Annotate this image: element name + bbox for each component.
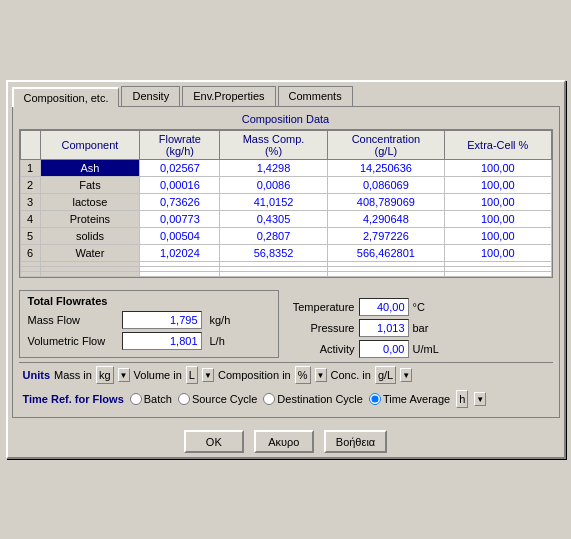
conditions-box: Temperature °C Pressure bar Activity [285,298,443,358]
tab-bar: Composition, etc. Density Env.Properties… [8,82,564,106]
component-cell[interactable]: Fats [40,177,140,194]
mass-label: Mass in [54,369,92,381]
mass-flow-input[interactable] [122,311,202,329]
volume-label: Volume in [134,369,182,381]
radio-batch-input[interactable] [130,393,142,405]
tab-composition[interactable]: Composition, etc. [12,87,120,107]
extra-cell-cell[interactable]: 100,00 [445,160,551,177]
volume-value: L [189,369,195,381]
concentration-cell[interactable]: 2,797226 [327,228,445,245]
extra-cell-cell[interactable]: 100,00 [445,211,551,228]
concentration-cell[interactable]: 4,290648 [327,211,445,228]
temperature-row: Temperature °C [285,298,443,316]
mass-dropdown-arrow[interactable]: ▼ [118,368,130,382]
flowrate-cell[interactable]: 0,00773 [140,211,220,228]
radio-batch-label: Batch [144,393,172,405]
vol-flow-row: Volumetric Flow L/h [28,332,270,350]
conc-dropdown[interactable]: g/L [375,366,396,384]
col-header-component: Component [40,131,140,160]
radio-source-label: Source Cycle [192,393,257,405]
units-label: Units [23,369,51,381]
time-unit-arrow[interactable]: ▼ [474,392,486,406]
row-num: 1 [20,160,40,177]
mass-comp-cell[interactable]: 0,4305 [220,211,327,228]
radio-source-input[interactable] [178,393,190,405]
activity-row: Activity U/mL [285,340,443,358]
mass-flow-unit: kg/h [210,314,231,326]
conc-label: Conc. in [331,369,371,381]
component-cell[interactable]: Proteins [40,211,140,228]
extra-cell-cell[interactable]: 100,00 [445,177,551,194]
mass-comp-cell[interactable]: 1,4298 [220,160,327,177]
concentration-cell[interactable]: 408,789069 [327,194,445,211]
radio-batch[interactable]: Batch [130,393,172,405]
activity-input[interactable] [359,340,409,358]
composition-label: Composition in [218,369,291,381]
flowrate-cell[interactable]: 0,00504 [140,228,220,245]
bottom-buttons: OK Ακυρο Βοήθεια [8,422,564,457]
radio-dest-input[interactable] [263,393,275,405]
mass-comp-cell[interactable]: 56,8352 [220,245,327,262]
extra-cell-cell[interactable]: 100,00 [445,194,551,211]
table-row[interactable]: 4 Proteins 0,00773 0,4305 4,290648 100,0… [20,211,551,228]
time-unit-dropdown[interactable]: h [456,390,468,408]
pressure-label: Pressure [285,322,355,334]
col-header-flowrate: Flowrate(kg/h) [140,131,220,160]
activity-unit: U/mL [413,343,443,355]
component-cell[interactable]: Ash [40,160,140,177]
concentration-cell[interactable]: 14,250636 [327,160,445,177]
volume-dropdown[interactable]: L [186,366,198,384]
col-header-num [20,131,40,160]
mass-comp-cell[interactable]: 41,0152 [220,194,327,211]
composition-table: Component Flowrate(kg/h) Mass Comp.(%) C… [19,129,553,278]
time-ref-bar: Time Ref. for Flows Batch Source Cycle D… [19,387,553,411]
mass-comp-cell[interactable]: 0,2807 [220,228,327,245]
radio-time-average[interactable]: Time Average [369,393,450,405]
conc-dropdown-arrow[interactable]: ▼ [400,368,412,382]
concentration-cell[interactable]: 566,462801 [327,245,445,262]
flowrate-cell[interactable]: 0,00016 [140,177,220,194]
mass-dropdown[interactable]: kg [96,366,114,384]
volume-dropdown-arrow[interactable]: ▼ [202,368,214,382]
component-cell[interactable]: solids [40,228,140,245]
composition-dropdown-arrow[interactable]: ▼ [315,368,327,382]
component-cell[interactable]: Water [40,245,140,262]
temperature-unit: °C [413,301,443,313]
concentration-cell[interactable]: 0,086069 [327,177,445,194]
radio-dest-cycle[interactable]: Destination Cycle [263,393,363,405]
component-cell[interactable]: lactose [40,194,140,211]
table-row[interactable]: 1 Ash 0,02567 1,4298 14,250636 100,00 [20,160,551,177]
flowrate-cell[interactable]: 0,73626 [140,194,220,211]
mass-comp-cell[interactable]: 0,0086 [220,177,327,194]
row-num: 4 [20,211,40,228]
flowrate-cell[interactable]: 0,02567 [140,160,220,177]
flowrate-cell[interactable]: 1,02024 [140,245,220,262]
table-row[interactable]: 5 solids 0,00504 0,2807 2,797226 100,00 [20,228,551,245]
composition-dropdown[interactable]: % [295,366,311,384]
extra-cell-cell[interactable]: 100,00 [445,228,551,245]
table-row[interactable]: 3 lactose 0,73626 41,0152 408,789069 100… [20,194,551,211]
radio-time-avg-input[interactable] [369,393,381,405]
help-button[interactable]: Βοήθεια [324,430,387,453]
flowrates-box: Total Flowrates Mass Flow kg/h Volumetri… [19,290,279,358]
extra-cell-cell[interactable]: 100,00 [445,245,551,262]
empty-extra [445,272,551,277]
ok-button[interactable]: OK [184,430,244,453]
cancel-button[interactable]: Ακυρο [254,430,314,453]
pressure-input[interactable] [359,319,409,337]
temperature-input[interactable] [359,298,409,316]
vol-flow-input[interactable] [122,332,202,350]
tab-env-properties[interactable]: Env.Properties [182,86,275,106]
row-num: 5 [20,228,40,245]
tab-comments[interactable]: Comments [278,86,353,106]
main-window: Composition, etc. Density Env.Properties… [6,80,566,459]
radio-source-cycle[interactable]: Source Cycle [178,393,257,405]
table-row[interactable]: 6 Water 1,02024 56,8352 566,462801 100,0… [20,245,551,262]
vol-flow-label: Volumetric Flow [28,335,118,347]
tab-density[interactable]: Density [121,86,180,106]
time-unit-value: h [459,393,465,405]
table-row[interactable]: 2 Fats 0,00016 0,0086 0,086069 100,00 [20,177,551,194]
conc-value: g/L [378,369,393,381]
temperature-label: Temperature [285,301,355,313]
radio-dest-label: Destination Cycle [277,393,363,405]
